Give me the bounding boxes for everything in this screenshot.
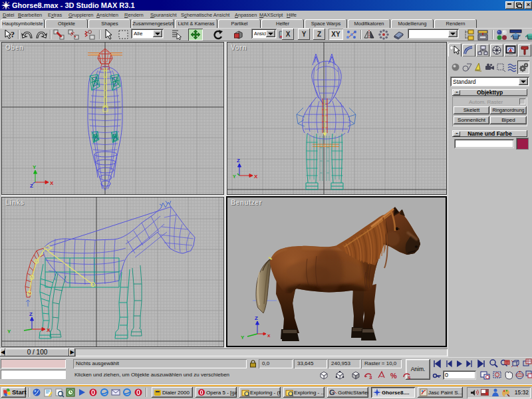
svg-text:Y: Y — [33, 164, 37, 170]
svg-text:Z: Z — [29, 311, 33, 317]
svg-text:%: % — [390, 372, 397, 380]
svg-text:s: s — [408, 374, 411, 380]
svg-text:X: X — [254, 174, 258, 180]
svg-text:X: X — [47, 327, 51, 333]
svg-text:Z: Z — [255, 315, 258, 321]
svg-text:x: x — [267, 332, 271, 338]
svg-text:Y: Y — [241, 334, 245, 340]
svg-text:3: 3 — [369, 374, 372, 380]
svg-text:G: G — [329, 388, 335, 396]
svg-text:Y: Y — [7, 329, 11, 334]
svg-text:X: X — [50, 180, 54, 186]
svg-text:?: ? — [11, 30, 15, 39]
svg-text:Y: Y — [233, 174, 236, 179]
svg-text:Z: Z — [237, 158, 240, 164]
